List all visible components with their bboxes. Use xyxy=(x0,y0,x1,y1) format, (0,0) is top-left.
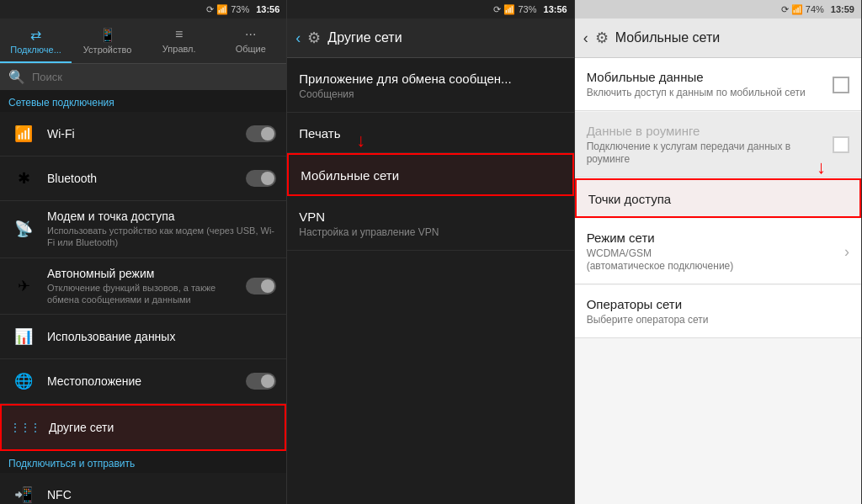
wifi-toggle[interactable] xyxy=(246,125,276,142)
location-toggle-knob xyxy=(261,374,274,388)
device-icon: 📱 xyxy=(75,27,140,43)
tab-connect[interactable]: ⇄ Подключе... xyxy=(0,19,72,63)
p2-signal-icon: 📶 xyxy=(503,4,515,15)
rotate-icon: ⟳ xyxy=(206,4,214,15)
wifi-icon: 📶 xyxy=(10,120,37,147)
modem-icon: 📡 xyxy=(10,215,37,242)
menu-item-print[interactable]: Печать xyxy=(287,113,573,153)
panel3-status-bar: ⟳ 📶 74% 13:59 xyxy=(575,0,861,19)
airplane-subtitle: Отключение функций вызовов, а также обме… xyxy=(47,282,236,306)
settings-item-airplane[interactable]: ✈ Автономный режим Отключение функций вы… xyxy=(0,258,286,316)
datausage-title: Использование данных xyxy=(47,330,276,343)
nfc-content: NFC xyxy=(47,488,276,501)
wifi-title: Wi-Fi xyxy=(47,127,236,141)
bluetooth-toggle[interactable] xyxy=(246,170,276,187)
bluetooth-title: Bluetooth xyxy=(47,172,236,185)
mobiledata-subtitle: Включить доступ к данным по мобильной се… xyxy=(587,87,806,100)
p2-battery-text: 73% xyxy=(518,4,536,14)
mobiledata-title: Мобильные данные xyxy=(587,70,806,84)
operators-subtitle: Выберите оператора сети xyxy=(587,314,849,327)
panel3: ⟳ 📶 74% 13:59 ‹ ⚙ Мобильные сети Мобильн… xyxy=(575,0,862,504)
panel2: ⟳ 📶 73% 13:56 ‹ ⚙ Другие сети Приложение… xyxy=(287,0,574,504)
roaming-content: Данные в роуминге Подключение к услугам … xyxy=(587,124,833,167)
tab-device[interactable]: 📱 Устройство xyxy=(72,19,143,63)
mobiledata-checkbox[interactable] xyxy=(833,77,849,93)
panel2-status-bar: ⟳ 📶 73% 13:56 xyxy=(287,0,573,19)
settings-item-datausage[interactable]: 📊 Использование данных xyxy=(0,315,286,359)
tab-general[interactable]: ··· Общие xyxy=(215,19,286,63)
panel2-back-button[interactable]: ‹ xyxy=(295,29,301,47)
panel2-header: ‹ ⚙ Другие сети xyxy=(287,19,573,58)
p3-signal-icon: 📶 xyxy=(791,4,803,15)
othernets-content: Другие сети xyxy=(49,421,274,434)
menu-item-messages[interactable]: Приложение для обмена сообщен... Сообщен… xyxy=(287,58,573,113)
settings-item-wifi[interactable]: 📶 Wi-Fi xyxy=(0,112,286,157)
tab-manage[interactable]: ≡ Управл. xyxy=(143,19,215,63)
panel1-tabs: ⇄ Подключе... 📱 Устройство ≡ Управл. ···… xyxy=(0,19,286,64)
bluetooth-content: Bluetooth xyxy=(47,172,236,185)
panel1-time: 13:56 xyxy=(256,4,279,14)
tab-general-label: Общие xyxy=(236,44,266,54)
search-input[interactable] xyxy=(32,71,278,83)
red-arrow-panel2: ↓ xyxy=(356,130,365,151)
datausage-content: Использование данных xyxy=(47,330,276,343)
roaming-subtitle: Подключение к услугам передачи данных в … xyxy=(587,141,833,167)
roaming-row: Данные в роуминге Подключение к услугам … xyxy=(587,124,849,167)
settings-item-othernets[interactable]: ⋮⋮⋮ Другие сети xyxy=(0,404,286,451)
print-title: Печать xyxy=(299,126,561,141)
battery-text: 73% xyxy=(231,4,249,14)
p3-rotate-icon: ⟳ xyxy=(781,4,789,15)
panel3-item-netmode[interactable]: Режим сети WCDMA/GSM(автоматическое подк… xyxy=(575,219,861,284)
airplane-title: Автономный режим xyxy=(47,267,236,280)
manage-icon: ≡ xyxy=(146,27,211,42)
messages-title: Приложение для обмена сообщен... xyxy=(299,72,561,86)
tab-manage-label: Управл. xyxy=(162,44,196,54)
tab-connect-label: Подключе... xyxy=(10,45,61,55)
panel2-header-title: Другие сети xyxy=(327,30,402,45)
location-title: Местоположение xyxy=(47,374,236,388)
bluetooth-icon: ✱ xyxy=(10,165,37,192)
panel3-gear-icon: ⚙ xyxy=(595,29,609,47)
connect-icon: ⇄ xyxy=(3,27,68,43)
panel2-status-icons: ⟳ 📶 73% xyxy=(493,4,536,15)
menu-item-mobilenets[interactable]: Мобильные сети ↓ xyxy=(287,153,573,196)
settings-item-location[interactable]: 🌐 Местоположение xyxy=(0,359,286,404)
settings-item-bluetooth[interactable]: ✱ Bluetooth xyxy=(0,157,286,201)
othernets-icon: ⋮⋮⋮ xyxy=(12,414,39,441)
vpn-title: VPN xyxy=(299,210,561,224)
netmode-title: Режим сети xyxy=(587,231,734,245)
airplane-icon: ✈ xyxy=(10,273,37,300)
modem-subtitle: Использовать устройство как модем (через… xyxy=(47,225,276,249)
vpn-subtitle: Настройка и управление VPN xyxy=(299,226,561,238)
p3-battery-text: 74% xyxy=(806,4,824,14)
panel3-header-title: Мобильные сети xyxy=(615,30,721,45)
panel3-list: Мобильные данные Включить доступ к данны… xyxy=(575,58,861,504)
menu-item-vpn[interactable]: VPN Настройка и управление VPN xyxy=(287,196,573,251)
airplane-toggle[interactable] xyxy=(246,278,276,294)
panel3-time: 13:59 xyxy=(831,4,854,14)
location-content: Местоположение xyxy=(47,374,236,388)
panel3-item-accesspoints[interactable]: Точки доступа ↓ xyxy=(575,178,861,218)
settings-item-modem[interactable]: 📡 Модем и точка доступа Использовать уст… xyxy=(0,201,286,258)
tab-device-label: Устройство xyxy=(83,45,132,55)
panel3-item-mobiledata[interactable]: Мобильные данные Включить доступ к данны… xyxy=(575,58,861,111)
panel2-time: 13:56 xyxy=(544,4,567,14)
settings-item-nfc[interactable]: 📲 NFC xyxy=(0,473,286,504)
search-icon: 🔍 xyxy=(8,69,25,85)
search-bar: 🔍 xyxy=(0,64,286,90)
signal-icon: 📶 xyxy=(216,4,228,15)
netmode-row: Режим сети WCDMA/GSM(автоматическое подк… xyxy=(587,231,849,273)
location-toggle[interactable] xyxy=(246,373,276,390)
nfc-icon: 📲 xyxy=(10,481,37,504)
panel2-gear-icon: ⚙ xyxy=(307,29,321,47)
panel3-back-button[interactable]: ‹ xyxy=(583,29,588,47)
airplane-content: Автономный режим Отключение функций вызо… xyxy=(47,267,236,306)
netmode-content: Режим сети WCDMA/GSM(автоматическое подк… xyxy=(587,231,734,273)
panel3-item-operators[interactable]: Операторы сети Выберите оператора сети xyxy=(575,285,861,338)
panel1-status-icons: ⟳ 📶 73% xyxy=(206,4,249,15)
section1-label: Сетевые подключения xyxy=(0,90,286,112)
netmode-subtitle: WCDMA/GSM(автоматическое подключение) xyxy=(587,247,734,273)
panel1-status-bar: ⟳ 📶 73% 13:56 xyxy=(0,0,286,19)
mobilenets-title: Мобильные сети xyxy=(301,168,560,183)
roaming-checkbox[interactable] xyxy=(833,136,849,153)
